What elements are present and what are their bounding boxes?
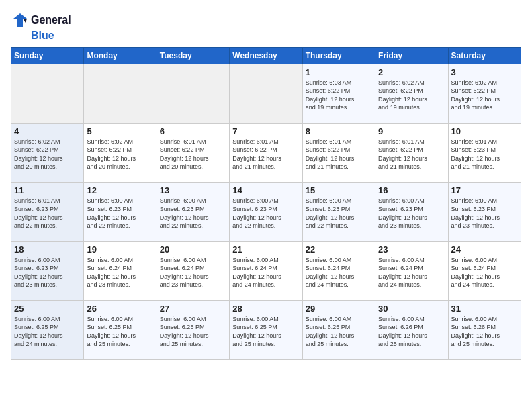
- day-number: 9: [378, 126, 445, 136]
- day-header-monday: Monday: [84, 47, 157, 64]
- day-info: Sunrise: 6:00 AM Sunset: 6:24 PM Dayligh…: [451, 256, 518, 289]
- day-number: 22: [306, 244, 372, 255]
- logo-text: General Blue: [11, 11, 71, 42]
- day-info: Sunrise: 6:00 AM Sunset: 6:26 PM Dayligh…: [378, 315, 445, 349]
- day-info: Sunrise: 6:00 AM Sunset: 6:23 PM Dayligh…: [232, 197, 299, 230]
- calendar-cell: 10Sunrise: 6:01 AM Sunset: 6:23 PM Dayli…: [448, 123, 521, 182]
- calendar-cell: 15Sunrise: 6:00 AM Sunset: 6:23 PM Dayli…: [302, 182, 375, 241]
- day-number: 6: [160, 126, 226, 136]
- calendar-cell: 31Sunrise: 6:00 AM Sunset: 6:26 PM Dayli…: [448, 300, 521, 359]
- calendar-cell: 4Sunrise: 6:02 AM Sunset: 6:22 PM Daylig…: [11, 123, 84, 182]
- day-number: 19: [87, 244, 153, 255]
- day-info: Sunrise: 6:01 AM Sunset: 6:22 PM Dayligh…: [160, 138, 226, 171]
- svg-marker-1: [23, 19, 27, 23]
- day-info: Sunrise: 6:00 AM Sunset: 6:23 PM Dayligh…: [160, 197, 226, 230]
- day-info: Sunrise: 6:02 AM Sunset: 6:22 PM Dayligh…: [87, 138, 153, 171]
- day-info: Sunrise: 6:03 AM Sunset: 6:22 PM Dayligh…: [306, 79, 372, 112]
- calendar-week-3: 11Sunrise: 6:01 AM Sunset: 6:23 PM Dayli…: [11, 182, 521, 241]
- day-number: 25: [14, 304, 81, 314]
- calendar-cell: 26Sunrise: 6:00 AM Sunset: 6:25 PM Dayli…: [84, 300, 157, 359]
- calendar-cell: 27Sunrise: 6:00 AM Sunset: 6:25 PM Dayli…: [157, 300, 229, 359]
- day-number: 24: [451, 244, 518, 255]
- day-header-thursday: Thursday: [302, 47, 375, 64]
- day-header-tuesday: Tuesday: [157, 47, 229, 64]
- day-number: 12: [87, 185, 153, 195]
- day-number: 21: [232, 244, 299, 255]
- calendar-week-2: 4Sunrise: 6:02 AM Sunset: 6:22 PM Daylig…: [11, 123, 521, 182]
- calendar-cell: 29Sunrise: 6:00 AM Sunset: 6:25 PM Dayli…: [302, 300, 375, 359]
- day-number: 30: [378, 304, 445, 314]
- day-header-friday: Friday: [375, 47, 448, 64]
- day-number: 1: [306, 67, 372, 77]
- calendar-cell: 30Sunrise: 6:00 AM Sunset: 6:26 PM Dayli…: [375, 300, 448, 359]
- day-info: Sunrise: 6:00 AM Sunset: 6:23 PM Dayligh…: [87, 197, 153, 230]
- calendar-cell: 12Sunrise: 6:00 AM Sunset: 6:23 PM Dayli…: [84, 182, 157, 241]
- day-number: 18: [14, 244, 81, 255]
- page-header: General Blue: [11, 11, 521, 42]
- day-number: 7: [232, 126, 299, 136]
- calendar-cell: 14Sunrise: 6:00 AM Sunset: 6:23 PM Dayli…: [230, 182, 302, 241]
- calendar-cell: 3Sunrise: 6:02 AM Sunset: 6:22 PM Daylig…: [448, 64, 521, 123]
- calendar-cell: 16Sunrise: 6:00 AM Sunset: 6:23 PM Dayli…: [375, 182, 448, 241]
- calendar-week-5: 25Sunrise: 6:00 AM Sunset: 6:25 PM Dayli…: [11, 300, 521, 359]
- day-number: 14: [232, 185, 299, 195]
- day-info: Sunrise: 6:00 AM Sunset: 6:25 PM Dayligh…: [14, 315, 81, 349]
- day-header-sunday: Sunday: [11, 47, 84, 64]
- day-info: Sunrise: 6:00 AM Sunset: 6:25 PM Dayligh…: [306, 315, 372, 349]
- calendar-table: SundayMondayTuesdayWednesdayThursdayFrid…: [11, 47, 521, 360]
- day-info: Sunrise: 6:00 AM Sunset: 6:23 PM Dayligh…: [451, 197, 518, 230]
- calendar-cell: [157, 64, 229, 123]
- day-info: Sunrise: 6:00 AM Sunset: 6:24 PM Dayligh…: [306, 256, 372, 289]
- day-info: Sunrise: 6:00 AM Sunset: 6:24 PM Dayligh…: [160, 256, 226, 289]
- day-number: 17: [451, 185, 518, 195]
- day-number: 29: [306, 304, 372, 314]
- day-number: 31: [451, 304, 518, 314]
- day-info: Sunrise: 6:00 AM Sunset: 6:23 PM Dayligh…: [14, 256, 81, 289]
- day-info: Sunrise: 6:00 AM Sunset: 6:25 PM Dayligh…: [160, 315, 226, 349]
- calendar-cell: 22Sunrise: 6:00 AM Sunset: 6:24 PM Dayli…: [302, 241, 375, 300]
- day-info: Sunrise: 6:00 AM Sunset: 6:24 PM Dayligh…: [232, 256, 299, 289]
- calendar-cell: 2Sunrise: 6:02 AM Sunset: 6:22 PM Daylig…: [375, 64, 448, 123]
- calendar-cell: 9Sunrise: 6:01 AM Sunset: 6:22 PM Daylig…: [375, 123, 448, 182]
- calendar-cell: 13Sunrise: 6:00 AM Sunset: 6:23 PM Dayli…: [157, 182, 229, 241]
- day-info: Sunrise: 6:00 AM Sunset: 6:23 PM Dayligh…: [306, 197, 372, 230]
- day-number: 4: [14, 126, 81, 136]
- day-number: 28: [232, 304, 299, 314]
- day-info: Sunrise: 6:00 AM Sunset: 6:25 PM Dayligh…: [87, 315, 153, 349]
- calendar-cell: 18Sunrise: 6:00 AM Sunset: 6:23 PM Dayli…: [11, 241, 84, 300]
- calendar-cell: 23Sunrise: 6:00 AM Sunset: 6:24 PM Dayli…: [375, 241, 448, 300]
- day-number: 15: [306, 185, 372, 195]
- day-header-wednesday: Wednesday: [230, 47, 302, 64]
- logo: General Blue: [11, 11, 71, 42]
- calendar-cell: [230, 64, 302, 123]
- calendar-cell: [11, 64, 84, 123]
- day-number: 23: [378, 244, 445, 255]
- day-info: Sunrise: 6:00 AM Sunset: 6:23 PM Dayligh…: [378, 197, 445, 230]
- logo-blue: Blue: [31, 30, 71, 42]
- day-header-saturday: Saturday: [448, 47, 521, 64]
- calendar-cell: 6Sunrise: 6:01 AM Sunset: 6:22 PM Daylig…: [157, 123, 229, 182]
- day-info: Sunrise: 6:02 AM Sunset: 6:22 PM Dayligh…: [451, 79, 518, 112]
- calendar-week-1: 1Sunrise: 6:03 AM Sunset: 6:22 PM Daylig…: [11, 64, 521, 123]
- logo-bird-icon: [11, 11, 30, 30]
- calendar-cell: 11Sunrise: 6:01 AM Sunset: 6:23 PM Dayli…: [11, 182, 84, 241]
- day-info: Sunrise: 6:01 AM Sunset: 6:22 PM Dayligh…: [306, 138, 372, 171]
- day-info: Sunrise: 6:00 AM Sunset: 6:25 PM Dayligh…: [232, 315, 299, 349]
- calendar-week-4: 18Sunrise: 6:00 AM Sunset: 6:23 PM Dayli…: [11, 241, 521, 300]
- calendar-cell: [84, 64, 157, 123]
- calendar-cell: 28Sunrise: 6:00 AM Sunset: 6:25 PM Dayli…: [230, 300, 302, 359]
- day-info: Sunrise: 6:00 AM Sunset: 6:24 PM Dayligh…: [378, 256, 445, 289]
- day-number: 16: [378, 185, 445, 195]
- day-number: 11: [14, 185, 81, 195]
- day-info: Sunrise: 6:01 AM Sunset: 6:22 PM Dayligh…: [378, 138, 445, 171]
- calendar-cell: 8Sunrise: 6:01 AM Sunset: 6:22 PM Daylig…: [302, 123, 375, 182]
- day-headers: SundayMondayTuesdayWednesdayThursdayFrid…: [11, 47, 521, 64]
- calendar-cell: 7Sunrise: 6:01 AM Sunset: 6:22 PM Daylig…: [230, 123, 302, 182]
- day-info: Sunrise: 6:01 AM Sunset: 6:23 PM Dayligh…: [451, 138, 518, 171]
- day-number: 26: [87, 304, 153, 314]
- day-number: 8: [306, 126, 372, 136]
- calendar-cell: 19Sunrise: 6:00 AM Sunset: 6:24 PM Dayli…: [84, 241, 157, 300]
- calendar-cell: 24Sunrise: 6:00 AM Sunset: 6:24 PM Dayli…: [448, 241, 521, 300]
- day-number: 2: [378, 67, 445, 77]
- calendar-cell: 25Sunrise: 6:00 AM Sunset: 6:25 PM Dayli…: [11, 300, 84, 359]
